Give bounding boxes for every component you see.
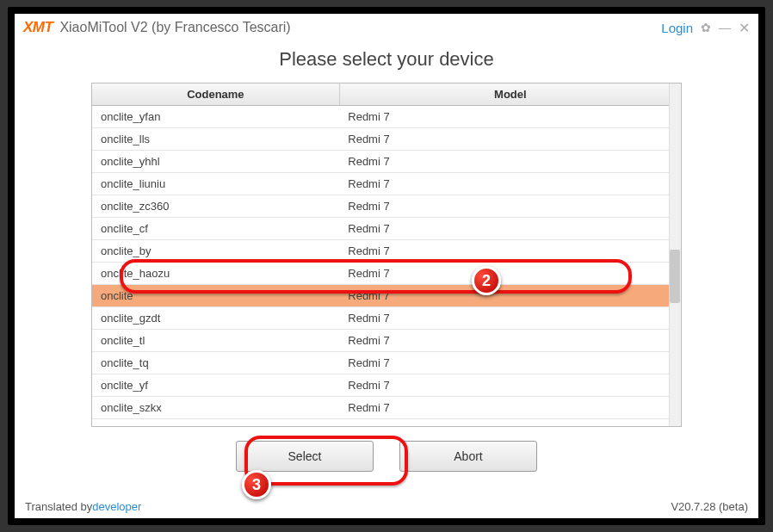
cell-codename: onclite_yfan: [92, 106, 339, 128]
developer-link[interactable]: developer: [92, 500, 141, 513]
footer: Translated by developer V20.7.28 (beta): [25, 500, 748, 513]
cell-model: Redmi 7: [339, 240, 681, 263]
cell-codename: onclite_yf: [92, 374, 339, 397]
cell-codename: onclite: [92, 285, 339, 307]
table-row[interactable]: onclite_yfanRedmi 7: [92, 106, 681, 128]
cell-model: Redmi 7: [339, 330, 681, 352]
cell-codename: onclite_cf: [92, 218, 339, 240]
cell-codename: onclite_gzdt: [92, 307, 339, 330]
cell-model: Redmi 7: [339, 128, 681, 151]
minimize-icon[interactable]: —: [719, 22, 731, 34]
cell-codename: onclite_szkx: [92, 397, 339, 419]
cell-model: Redmi 7: [339, 218, 681, 240]
gear-icon[interactable]: ✿: [700, 22, 712, 34]
close-icon[interactable]: ✕: [738, 22, 750, 34]
button-row: Select Abort: [15, 441, 758, 472]
cell-model: Redmi 7: [339, 173, 681, 195]
login-link[interactable]: Login: [661, 21, 693, 35]
titlebar: XMT XiaoMiTool V2 (by Francesco Tescari)…: [15, 14, 758, 41]
cell-codename: onclite_lls: [92, 128, 339, 151]
table-row[interactable]: onclite_tlRedmi 7: [92, 330, 681, 352]
cell-codename: onclite_yunke: [92, 419, 339, 428]
table-row[interactable]: onclite_haozuRedmi 7: [92, 263, 681, 285]
col-header-codename[interactable]: Codename: [92, 84, 339, 106]
col-header-model[interactable]: Model: [339, 84, 681, 106]
cell-model: Redmi 7: [339, 195, 681, 218]
cell-codename: onclite_haozu: [92, 263, 339, 285]
annotation-badge-3: 3: [242, 470, 271, 499]
abort-button[interactable]: Abort: [399, 441, 537, 472]
table-row[interactable]: oncliteRedmi 7: [92, 285, 681, 307]
app-window: XMT XiaoMiTool V2 (by Francesco Tescari)…: [15, 14, 758, 518]
cell-model: Redmi 7: [339, 263, 681, 285]
scrollbar[interactable]: [669, 84, 681, 426]
scrollbar-thumb[interactable]: [670, 250, 680, 303]
cell-model: Redmi 7: [339, 151, 681, 173]
table-row[interactable]: onclite_tqRedmi 7: [92, 352, 681, 374]
table-row[interactable]: onclite_yunkeRedmi 7: [92, 419, 681, 428]
cell-codename: onclite_liuniu: [92, 173, 339, 195]
page-heading: Please select your device: [15, 48, 758, 71]
table-row[interactable]: onclite_zc360Redmi 7: [92, 195, 681, 218]
table-row[interactable]: onclite_llsRedmi 7: [92, 128, 681, 151]
table-row[interactable]: onclite_gzdtRedmi 7: [92, 307, 681, 330]
table-row[interactable]: onclite_yhhlRedmi 7: [92, 151, 681, 173]
cell-model: Redmi 7: [339, 397, 681, 419]
app-title: XiaoMiTool V2 (by Francesco Tescari): [59, 20, 290, 35]
cell-model: Redmi 7: [339, 285, 681, 307]
cell-model: Redmi 7: [339, 419, 681, 428]
select-button[interactable]: Select: [236, 441, 374, 472]
cell-model: Redmi 7: [339, 352, 681, 374]
cell-codename: onclite_yhhl: [92, 151, 339, 173]
version-label: V20.7.28 (beta): [671, 500, 748, 513]
table-row[interactable]: onclite_szkxRedmi 7: [92, 397, 681, 419]
cell-model: Redmi 7: [339, 307, 681, 330]
translated-label: Translated by: [25, 500, 92, 513]
cell-codename: onclite_tq: [92, 352, 339, 374]
annotation-badge-2: 2: [472, 266, 501, 295]
cell-model: Redmi 7: [339, 374, 681, 397]
device-table: Codename Model onclite_yfanRedmi 7onclit…: [92, 84, 681, 427]
table-row[interactable]: onclite_cfRedmi 7: [92, 218, 681, 240]
table-row[interactable]: onclite_yfRedmi 7: [92, 374, 681, 397]
cell-codename: onclite_tl: [92, 330, 339, 352]
cell-model: Redmi 7: [339, 106, 681, 128]
cell-codename: onclite_zc360: [92, 195, 339, 218]
table-row[interactable]: onclite_liuniuRedmi 7: [92, 173, 681, 195]
device-table-container: Codename Model onclite_yfanRedmi 7onclit…: [91, 83, 682, 427]
app-logo: XMT: [23, 19, 53, 36]
cell-codename: onclite_by: [92, 240, 339, 263]
table-row[interactable]: onclite_byRedmi 7: [92, 240, 681, 263]
